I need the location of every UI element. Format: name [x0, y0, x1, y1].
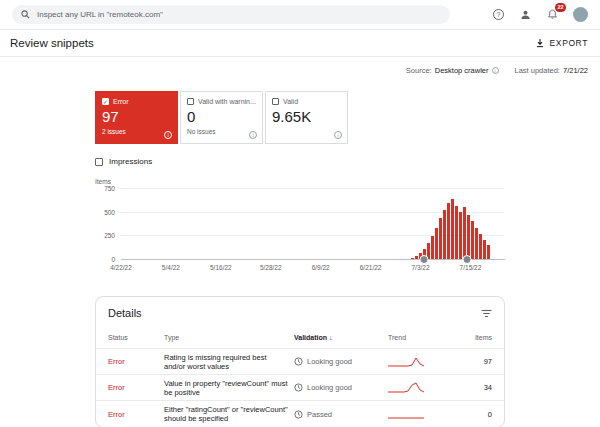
- col-type[interactable]: Type: [164, 334, 288, 341]
- col-items[interactable]: Items: [456, 334, 492, 341]
- download-icon: [535, 38, 545, 48]
- source-value: Desktop crawler: [435, 66, 489, 75]
- chart-bar: [479, 234, 482, 259]
- x-tick-label: 6/21/22: [360, 264, 382, 271]
- search-icon: [21, 10, 30, 19]
- valid-checkbox[interactable]: [272, 98, 279, 105]
- chart-bar: [451, 199, 454, 259]
- source-meta: Source: Desktop crawler i: [406, 66, 499, 75]
- info-icon[interactable]: i: [334, 131, 342, 139]
- chart-bar: [435, 228, 438, 259]
- chart-bar: [487, 245, 490, 259]
- col-status[interactable]: Status: [108, 334, 158, 341]
- trend-sparkline: [388, 382, 424, 394]
- notification-badge: 22: [555, 3, 566, 12]
- chart-bar: [455, 206, 458, 259]
- impressions-label: Impressions: [109, 157, 152, 166]
- row-status: Error: [108, 383, 158, 392]
- avatar[interactable]: [573, 7, 588, 22]
- row-validation: Looking good: [294, 383, 382, 392]
- row-type: Either "ratingCount" or "reviewCount" sh…: [164, 405, 288, 423]
- col-validation[interactable]: Validation ↓: [294, 334, 382, 341]
- row-items: 34: [456, 383, 492, 392]
- chart-bar: [443, 210, 446, 259]
- row-validation: Looking good: [294, 357, 382, 366]
- x-tick-label: 7/3/22: [411, 264, 429, 271]
- page-title: Review snippets: [10, 37, 94, 49]
- x-tick-label: 5/28/22: [260, 264, 282, 271]
- row-items: 97: [456, 357, 492, 366]
- info-icon[interactable]: i: [249, 131, 257, 139]
- col-trend[interactable]: Trend: [388, 334, 450, 341]
- y-tick-label: 500: [95, 208, 115, 215]
- row-items: 0: [456, 410, 492, 419]
- last-updated-meta: Last updated: 7/21/22: [515, 66, 589, 75]
- error-checkbox[interactable]: ✓: [102, 98, 109, 105]
- valid-card[interactable]: Valid 9.65K i: [265, 91, 348, 144]
- last-updated-label: Last updated:: [515, 66, 560, 75]
- help-icon[interactable]: ?: [492, 8, 505, 21]
- status-cards: ✓ Error 97 2 issues i Valid with warnin.…: [95, 91, 505, 144]
- account-icon[interactable]: [519, 8, 532, 21]
- info-icon[interactable]: i: [492, 67, 499, 74]
- row-status: Error: [108, 357, 158, 366]
- notifications-bell-icon[interactable]: 22: [546, 8, 559, 21]
- chart-plot-area: 7505002500: [121, 188, 505, 260]
- valid-warning-sub: No issues: [187, 128, 256, 135]
- annotation-marker[interactable]: [420, 255, 429, 264]
- chart-bar: [475, 228, 478, 259]
- gridline: [121, 188, 505, 189]
- table-row[interactable]: Error Value in property "reviewCount" mu…: [96, 375, 504, 401]
- table-row[interactable]: Error Rating is missing required best an…: [96, 349, 504, 375]
- trend-sparkline: [388, 356, 424, 368]
- filter-icon[interactable]: [481, 309, 492, 318]
- x-tick-label: 5/16/22: [210, 264, 232, 271]
- details-title: Details: [108, 307, 142, 319]
- error-count: 97: [102, 108, 171, 125]
- y-tick-label: 0: [95, 256, 115, 263]
- valid-card-label: Valid: [283, 98, 298, 105]
- table-row[interactable]: Error Either "ratingCount" or "reviewCou…: [96, 401, 504, 427]
- clock-icon: [294, 410, 303, 419]
- info-icon[interactable]: i: [164, 131, 172, 139]
- error-card-label: Error: [113, 98, 129, 105]
- url-inspect-search[interactable]: Inspect any URL in "remoteok.com": [12, 5, 450, 24]
- last-updated-value: 7/21/22: [563, 66, 588, 75]
- valid-warning-checkbox[interactable]: [187, 98, 194, 105]
- chart-bar: [471, 221, 474, 259]
- y-axis-label: Items: [95, 178, 505, 185]
- annotation-marker[interactable]: [462, 255, 471, 264]
- chart-bar: [447, 203, 450, 259]
- trend-sparkline: [388, 408, 424, 420]
- sort-desc-icon: ↓: [329, 334, 333, 341]
- details-card: Details Status Type Validation ↓ Trend I…: [95, 296, 505, 427]
- row-status: Error: [108, 410, 158, 419]
- x-tick-label: 6/9/22: [312, 264, 330, 271]
- valid-count: 9.65K: [272, 108, 341, 125]
- valid-warning-count: 0: [187, 108, 256, 125]
- chart-bar: [463, 207, 466, 259]
- top-app-bar: Inspect any URL in "remoteok.com" ? 22: [0, 0, 600, 30]
- export-label: EXPORT: [550, 38, 588, 48]
- valid-warning-card-label: Valid with warnin...: [198, 98, 256, 105]
- export-button[interactable]: EXPORT: [535, 38, 588, 48]
- table-header: Status Type Validation ↓ Trend Items: [96, 327, 504, 349]
- items-chart: Items 7505002500 4/22/225/4/225/16/225/2…: [95, 178, 505, 276]
- x-tick-label: 5/4/22: [162, 264, 180, 271]
- x-tick-label: 7/15/22: [460, 264, 482, 271]
- error-sub: 2 issues: [102, 128, 171, 135]
- y-tick-label: 250: [95, 232, 115, 239]
- report-header: Review snippets EXPORT: [0, 30, 600, 57]
- row-type: Rating is missing required best and/or w…: [164, 353, 288, 371]
- chart-bar: [483, 240, 486, 259]
- error-card[interactable]: ✓ Error 97 2 issues i: [95, 91, 178, 144]
- row-validation: Passed: [294, 410, 382, 419]
- report-meta: Source: Desktop crawler i Last updated: …: [0, 57, 600, 75]
- chart-bar: [467, 215, 470, 259]
- impressions-toggle[interactable]: Impressions: [95, 157, 505, 166]
- valid-with-warning-card[interactable]: Valid with warnin... 0 No issues i: [180, 91, 263, 144]
- impressions-checkbox[interactable]: [95, 158, 103, 166]
- y-tick-label: 750: [95, 185, 115, 192]
- chart-bar: [459, 212, 462, 259]
- clock-icon: [294, 383, 303, 392]
